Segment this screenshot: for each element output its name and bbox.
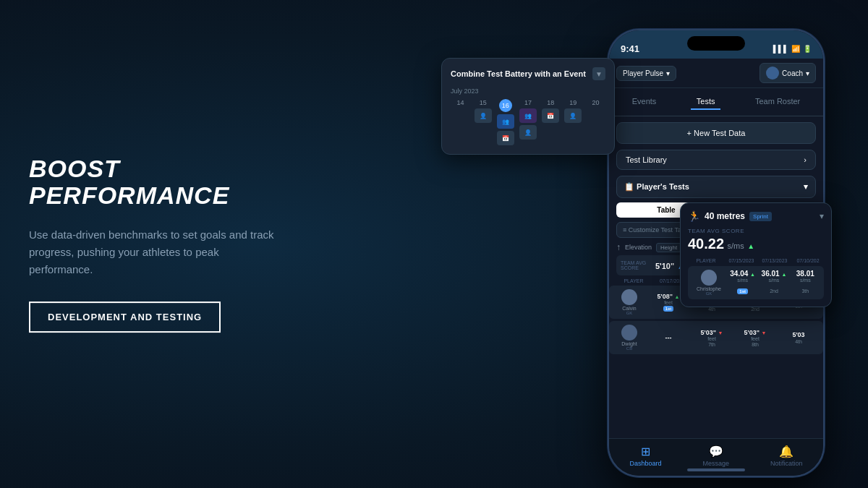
phone-nav: Events Tests Team Roster bbox=[609, 88, 823, 116]
phone-topbar: Player Pulse ▾ Coach ▾ bbox=[609, 59, 823, 88]
sprint-val-2: 36.01 ▲ s/ms 2nd bbox=[758, 270, 789, 296]
player-avatar-calvin bbox=[621, 289, 637, 305]
chevron-right-icon: › bbox=[804, 155, 807, 164]
chevron-down-icon: ▾ bbox=[806, 69, 809, 77]
battery-icon: 🔋 bbox=[803, 45, 812, 53]
sprint-player-name: Christophe bbox=[697, 286, 721, 291]
dynamic-island bbox=[687, 36, 745, 51]
chevron-down-icon: ▾ bbox=[666, 69, 670, 77]
player-pos-dwight: CB bbox=[626, 346, 632, 351]
left-panel: BOOST PERFORMANCE Use data-driven benchm… bbox=[29, 155, 304, 333]
calendar-popup: Combine Test Battery with an Event ▼ Jul… bbox=[441, 58, 615, 155]
status-time: 9:41 bbox=[621, 43, 639, 54]
dashboard-icon: ⊞ bbox=[641, 445, 650, 458]
sprint-chevron-down-icon: ▾ bbox=[820, 211, 824, 221]
cal-day-14: 14 bbox=[451, 99, 470, 145]
sprint-team-avg-label: TEAM AVG SCORE bbox=[688, 228, 824, 234]
tab-notification[interactable]: 🔔 Notification bbox=[770, 445, 803, 467]
sprint-player-info: Christophe GK bbox=[691, 270, 727, 296]
elevation-icon: ↑ bbox=[616, 242, 621, 252]
coach-avatar bbox=[766, 67, 779, 80]
cal-day-15: 15 👤 bbox=[473, 99, 493, 145]
sprint-metres: 40 metres bbox=[705, 211, 745, 221]
player-pos-calvin: GK bbox=[626, 311, 633, 315]
cal-day-16-today: 16 👥 📅 bbox=[495, 99, 515, 145]
dwight-value-3: 5'03" ▼ feet 8th bbox=[733, 329, 777, 347]
tab-tests[interactable]: Tests bbox=[691, 94, 721, 110]
status-icons: ▌▌▌ 📶 🔋 bbox=[773, 45, 812, 53]
sprint-player-pos: GK bbox=[706, 291, 712, 296]
player-name-calvin: Calvin bbox=[622, 306, 636, 311]
calendar-month: July 2023 bbox=[451, 87, 605, 95]
team-avg-value: 5'10" bbox=[655, 262, 674, 270]
dev-testing-button[interactable]: DEVELOPMENT AND TESTING bbox=[29, 301, 221, 333]
tab-dashboard[interactable]: ⊞ Dashboard bbox=[629, 445, 661, 467]
sprint-team-avg-value: 40.22 bbox=[688, 236, 724, 252]
team-avg-label: TEAM AVG SCORE bbox=[621, 260, 655, 270]
player-row-dwight: Dwight CB --- 5'03" ▼ feet 7th 5'03" ▼ f… bbox=[609, 321, 823, 354]
chevron-down-icon: ▾ bbox=[804, 182, 808, 192]
player-avatar-dwight bbox=[621, 325, 637, 341]
coach-dropdown[interactable]: Coach ▾ bbox=[760, 63, 816, 83]
cal-day-18: 18 📅 bbox=[541, 99, 561, 145]
dwight-value-2: 5'03" ▼ feet 7th bbox=[690, 329, 733, 347]
sprint-player-avatar bbox=[701, 270, 717, 286]
boost-description: Use data-driven benchmarks to set goals … bbox=[29, 226, 275, 278]
calendar-title: Combine Test Battery with an Event bbox=[451, 69, 586, 78]
home-indicator bbox=[687, 468, 745, 471]
cal-day-17: 17 👥 👤 bbox=[518, 99, 537, 145]
player-info-calvin: Calvin GK bbox=[612, 289, 647, 315]
sprint-type-badge: Sprint bbox=[749, 212, 772, 221]
sprint-player-row: Christophe GK 34.04 ▲ s/ms 1st 36.01 ▲ s… bbox=[688, 266, 824, 299]
cal-day-19: 19 👤 bbox=[563, 99, 583, 145]
player-info-dwight: Dwight CB bbox=[612, 325, 647, 351]
signal-icon: ▌▌▌ bbox=[773, 45, 788, 53]
sprint-table-headers: PLAYER 07/15/2023 07/13/2023 07/10/202 bbox=[688, 258, 824, 263]
sprint-val-1: 34.04 ▲ s/ms 1st bbox=[727, 270, 758, 296]
dwight-value-4: 5'03 4th bbox=[777, 331, 820, 344]
elevation-badge: Height bbox=[656, 243, 681, 252]
phone-mockup-area: Combine Test Battery with an Event ▼ Jul… bbox=[420, 14, 825, 477]
wifi-icon: 📶 bbox=[791, 45, 800, 53]
calendar-expand-button[interactable]: ▼ bbox=[592, 67, 605, 80]
notification-icon: 🔔 bbox=[779, 445, 793, 458]
sprint-popup: 🏃 40 metres Sprint ▾ TEAM AVG SCORE 40.2… bbox=[680, 202, 832, 307]
message-icon: 💬 bbox=[709, 445, 723, 458]
sprint-team-avg-unit: s/ms bbox=[728, 241, 744, 250]
elevation-label: Elevation bbox=[625, 244, 652, 251]
cal-day-20: 20 bbox=[586, 99, 605, 145]
tab-team-roster[interactable]: Team Roster bbox=[749, 94, 806, 110]
boost-title: BOOST PERFORMANCE bbox=[29, 155, 304, 210]
sprint-runner-icon: 🏃 bbox=[688, 210, 700, 222]
player-name-dwight: Dwight bbox=[621, 341, 637, 346]
calendar-days: 14 15 👤 16 👥 📅 17 👥 👤 18 📅 19 bbox=[451, 99, 605, 145]
sprint-team-avg: TEAM AVG SCORE 40.22 s/ms ▲ bbox=[688, 228, 824, 252]
player-tests-header[interactable]: 📋 Player's Tests ▾ bbox=[616, 176, 816, 198]
sprint-popup-header: 🏃 40 metres Sprint ▾ bbox=[688, 210, 824, 222]
new-test-data-button[interactable]: + New Test Data bbox=[616, 122, 816, 144]
test-library-button[interactable]: Test Library › bbox=[616, 150, 816, 170]
tab-events[interactable]: Events bbox=[626, 94, 663, 110]
dwight-value-1: --- bbox=[647, 334, 690, 341]
sprint-val-3: 38.01 s/ms 3th bbox=[790, 270, 821, 296]
player-pulse-dropdown[interactable]: Player Pulse ▾ bbox=[616, 66, 676, 81]
tab-message[interactable]: 💬 Message bbox=[702, 445, 729, 467]
